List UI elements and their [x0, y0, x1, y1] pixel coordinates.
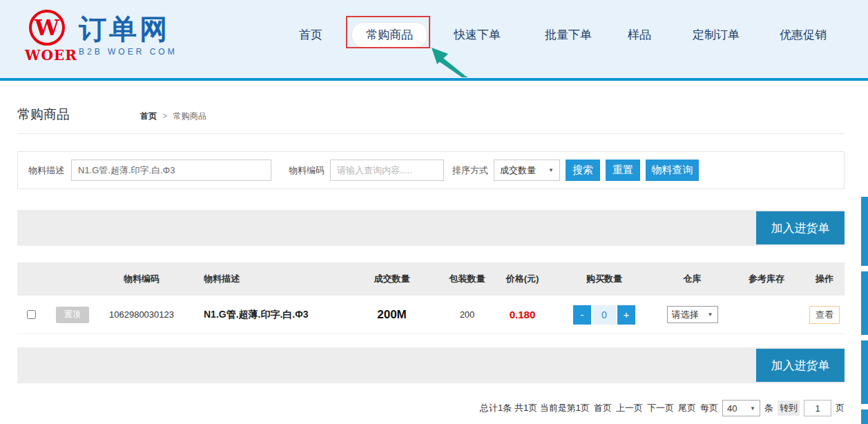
- floating-sidebar-tab-1[interactable]: [861, 197, 868, 266]
- row-buy-qty-cell: - 0 +: [552, 296, 656, 334]
- row-deal-qty: 200M: [342, 296, 442, 334]
- main-nav: 首页 常购商品 快速下单 批量下单 样品 定制订单 优惠促销: [299, 21, 827, 48]
- row-pin-cell: 置顶: [45, 296, 100, 334]
- nav-item-custom-order[interactable]: 定制订单: [693, 27, 740, 43]
- goto-page-unit: 页: [836, 402, 845, 414]
- per-page-label: 每页: [700, 402, 718, 414]
- breadcrumb-separator: >: [162, 111, 167, 121]
- search-button[interactable]: 搜索: [566, 160, 600, 181]
- pagination-next-link[interactable]: 下一页: [647, 402, 674, 414]
- material-desc-label: 物料描述: [28, 164, 64, 177]
- brand-logo[interactable]: W WOER 订单网 B2B WOER COM: [25, 7, 177, 64]
- floating-sidebar-tab-3[interactable]: [861, 340, 868, 404]
- table-header-row: 物料编码 物料描述 成交数量 包装数量 价格(元) 购买数量 仓库 参考库存 操…: [17, 262, 845, 296]
- header-ref-stock: 参考库存: [729, 262, 804, 296]
- breadcrumb: 首页 > 常购商品: [140, 110, 206, 124]
- chevron-down-icon: ▼: [750, 405, 755, 412]
- row-material-desc: N1.G管.超薄.印字.白.Φ3: [183, 296, 342, 334]
- header-buy-qty: 购买数量: [552, 262, 656, 296]
- header-checkbox-spacer: [17, 262, 45, 296]
- row-price: 0.180: [492, 296, 552, 334]
- row-ref-stock: [729, 296, 804, 334]
- header-actions: 操作: [804, 262, 845, 296]
- nav-item-home[interactable]: 首页: [299, 27, 322, 43]
- row-material-code: 1062980030123: [100, 296, 183, 334]
- header-warehouse: 仓库: [656, 262, 729, 296]
- nav-item-quick-order[interactable]: 快速下单: [454, 27, 501, 43]
- header-deal-qty: 成交数量: [342, 262, 442, 296]
- chevron-down-icon: ▼: [708, 311, 713, 318]
- goto-page-input[interactable]: [804, 400, 831, 416]
- material-desc-input[interactable]: [71, 160, 271, 181]
- warehouse-select[interactable]: 请选择 ▼: [667, 306, 718, 323]
- nav-item-frequent-products[interactable]: 常购商品: [351, 22, 427, 48]
- material-code-label: 物料编码: [289, 164, 325, 177]
- filter-bar: 物料描述 物料编码 排序方式 成交数量 ▼ 搜索 重置 物料查询: [17, 151, 845, 189]
- view-button[interactable]: 查看: [809, 306, 840, 324]
- quantity-decrease-button[interactable]: -: [573, 305, 591, 325]
- material-query-button[interactable]: 物料查询: [646, 160, 699, 181]
- annotation-arrow-icon: [430, 47, 475, 79]
- pagination-summary: 总计1条 共1页 当前是第1页: [480, 402, 590, 414]
- header-pack-qty: 包装数量: [442, 262, 492, 296]
- logo-word: WOER: [25, 47, 69, 64]
- per-page-value: 40: [727, 403, 737, 414]
- site-header: W WOER 订单网 B2B WOER COM 首页 常购商品 快速下单 批量下…: [0, 0, 868, 81]
- sort-mode-label: 排序方式: [452, 164, 488, 177]
- pagination-last-link[interactable]: 尾页: [678, 402, 696, 414]
- header-material-desc: 物料描述: [183, 262, 342, 296]
- nav-item-promotions[interactable]: 优惠促销: [780, 27, 827, 43]
- sort-mode-select[interactable]: 成交数量 ▼: [494, 160, 560, 181]
- breadcrumb-current: 常购商品: [173, 111, 206, 121]
- toolbar-bottom: 加入进货单: [17, 347, 845, 383]
- material-code-input[interactable]: [330, 160, 444, 181]
- floating-sidebar-tab-4[interactable]: [861, 409, 868, 424]
- header-material-code: 物料编码: [100, 262, 183, 296]
- site-name: 订单网: [79, 12, 177, 46]
- pagination-bar: 总计1条 共1页 当前是第1页 首页 上一页 下一页 尾页 每页 40 ▼ 条 …: [17, 400, 845, 416]
- row-warehouse-cell: 请选择 ▼: [656, 296, 729, 334]
- row-actions-cell: 查看: [804, 296, 845, 334]
- table-row: 置顶 1062980030123 N1.G管.超薄.印字.白.Φ3 200M 2…: [17, 296, 845, 334]
- site-title: 订单网 B2B WOER COM: [79, 7, 177, 57]
- page-title: 常购商品: [17, 106, 70, 124]
- header-price: 价格(元): [492, 262, 552, 296]
- pin-to-top-button[interactable]: 置顶: [56, 307, 89, 323]
- pagination-prev-link[interactable]: 上一页: [616, 402, 643, 414]
- warehouse-value: 请选择: [672, 309, 699, 321]
- page-head: 常购商品 首页 > 常购商品: [17, 81, 845, 134]
- header-pin-spacer: [45, 262, 100, 296]
- row-pack-qty: 200: [442, 296, 492, 334]
- reset-button[interactable]: 重置: [606, 160, 640, 181]
- goto-page-label: 转到: [778, 401, 800, 416]
- toolbar-top: 加入进货单: [17, 210, 845, 246]
- sort-mode-value: 成交数量: [500, 164, 536, 177]
- add-to-purchase-list-button-top[interactable]: 加入进货单: [756, 211, 845, 244]
- floating-sidebar-tab-2[interactable]: [861, 271, 868, 335]
- quantity-increase-button[interactable]: +: [617, 305, 635, 325]
- site-tagline: B2B WOER COM: [79, 47, 177, 57]
- quantity-stepper: - 0 +: [573, 305, 635, 325]
- row-select-cell: [17, 296, 45, 334]
- per-page-select[interactable]: 40 ▼: [722, 400, 760, 416]
- nav-item-samples[interactable]: 样品: [628, 27, 651, 43]
- per-page-unit: 条: [764, 402, 773, 414]
- floating-sidebar: [861, 197, 868, 424]
- logo-circle-w: W: [29, 10, 65, 46]
- pagination-first-link[interactable]: 首页: [594, 402, 612, 414]
- breadcrumb-home-link[interactable]: 首页: [140, 111, 157, 121]
- logo-letter: W: [35, 17, 59, 39]
- woer-logo-icon: W WOER: [25, 7, 69, 64]
- nav-item-bulk-order[interactable]: 批量下单: [545, 27, 592, 43]
- add-to-purchase-list-button-bottom[interactable]: 加入进货单: [756, 349, 845, 382]
- chevron-down-icon: ▼: [548, 167, 554, 173]
- main-content: 常购商品 首页 > 常购商品 物料描述 物料编码 排序方式 成交数量 ▼ 搜索 …: [17, 81, 845, 416]
- row-select-checkbox[interactable]: [27, 310, 36, 319]
- quantity-value-field[interactable]: 0: [591, 305, 617, 325]
